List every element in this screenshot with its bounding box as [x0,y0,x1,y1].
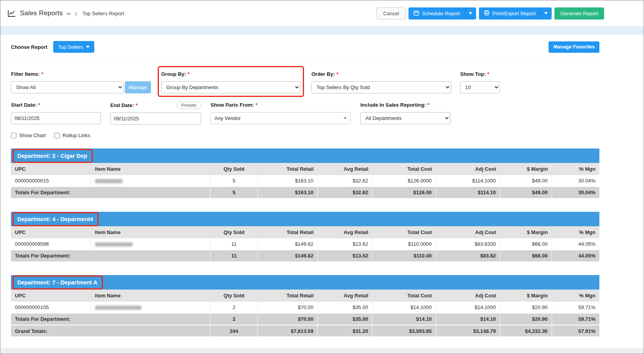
column-header: Item Name [91,226,210,238]
pct-mgn-cell: 30.04% [552,175,599,187]
column-header: Avg Retail [318,226,372,238]
avg-retail-cell: $31.20 [318,325,372,337]
department-title: Department: 7 - Department A [16,279,98,286]
item-name-redacted [95,306,141,310]
column-header: $ Margin [500,290,552,302]
column-header: Adj Cost [436,163,500,175]
column-header: $ Margin [500,163,552,175]
column-header: Total Cost [372,290,435,302]
choose-report-label: Choose Report [11,44,47,50]
table-header-row: UPCItem NameQty SoldTotal RetailAvg Reta… [11,226,599,238]
required-asterisk: * [336,71,338,77]
column-header: Avg Retail [318,163,372,175]
column-header: % Mgn [552,226,599,238]
filter-items-label: Filter Items:* [11,71,151,77]
filters-row-2: Start Date:* End Date:* Presets Show Par… [11,102,599,125]
qty-sold-cell: 11 [210,238,257,250]
avg-retail-cell: $35.00 [318,313,372,325]
rollup-links-checkbox[interactable]: Rollup Links [54,132,90,138]
required-asterisk: * [136,102,138,108]
adj-cost-cell: $3,148.79 [436,325,500,337]
show-chart-checkbox[interactable]: Show Chart [11,132,46,138]
group-by-select[interactable]: Group By Departments [161,81,300,93]
total-cost-cell: $126.0000 [372,175,435,187]
total-retail-cell: $149.82 [257,250,317,262]
avg-retail-cell: $35.00 [318,302,372,313]
report-type-dropdown[interactable]: Top Sellers [53,41,94,53]
chevron-down-icon[interactable] [67,13,71,15]
show-parts-from-group: Show Parts From:* Any Vendor [210,102,351,124]
order-by-select[interactable]: Top Sellers By Qty Sold [311,81,451,93]
department-totals-label: Totals For Department: [11,313,210,325]
grand-totals-label: Grand Totals: [11,325,210,337]
department-section: Department: 7 - Department A UPCItem Nam… [11,275,599,337]
department-totals-label: Totals For Department: [11,187,210,198]
show-parts-from-label: Show Parts From:* [210,102,351,108]
print-export-report-button[interactable]: Print/Export Report [479,7,552,20]
total-retail-cell: $163.10 [257,187,317,198]
report-table: UPCItem NameQty SoldTotal RetailAvg Reta… [11,226,599,262]
order-by-label: Order By:* [311,71,451,77]
start-date-input[interactable] [11,112,101,124]
department-totals-row: Totals For Department:11$149.82$13.62$11… [11,250,599,262]
upc-cell: 000000009596 [11,238,91,250]
manage-filter-button[interactable]: Manage [125,81,151,93]
printer-icon [484,10,489,17]
margin-cell: $66.00 [500,250,552,262]
rollup-links-checkbox-input[interactable] [54,133,60,138]
choose-report-row: Choose Report Top Sellers Manage Favorit… [11,35,599,60]
department-header-bar: Department: 4 - Deparment4 [11,212,599,226]
column-header: Total Cost [372,226,435,238]
margin-cell: $66.00 [500,238,552,250]
total-retail-cell: $7,613.59 [257,325,317,337]
margin-cell: $4,332.30 [500,325,552,337]
top-header-bar: Sales Reports Top Sellers Report Cancel [0,0,644,27]
show-parts-from-select[interactable]: Any Vendor [210,112,351,124]
department-totals-label: Totals For Department: [11,250,210,262]
page-title[interactable]: Sales Reports [20,9,63,17]
total-retail-cell: $70.00 [257,313,317,325]
include-in-sales-reporting-select[interactable]: All Departments [360,112,450,124]
item-name-redacted [95,242,133,247]
filter-items-select[interactable]: Show All [11,81,124,93]
total-cost-cell: $3,593.85 [372,325,435,337]
margin-cell: $49.00 [500,175,552,187]
group-by-label: Group By:* [161,71,300,77]
show-top-select[interactable]: 10 [460,81,500,93]
include-in-sales-reporting-group: Include In Sales Reporting:* All Departm… [360,102,450,124]
pct-mgn-cell: 44.05% [552,238,599,250]
chevron-down-icon [86,46,90,48]
chevron-down-icon[interactable] [541,8,551,19]
required-asterisk: * [255,102,257,108]
end-date-label: End Date:* [110,102,138,108]
pct-mgn-cell: 44.05% [552,250,599,262]
table-row: 0000000000155$163.10$32.62$126.0000$114.… [11,175,599,187]
main-content: Choose Report Top Sellers Manage Favorit… [0,35,644,337]
item-name-cell [91,302,210,313]
margin-cell: $20.90 [500,302,552,313]
adj-cost-cell: $114.10 [436,187,500,198]
generate-report-button[interactable]: Generate Report [554,7,604,20]
group-by-group: Group By:* Group By Departments [161,71,300,93]
schedule-report-button[interactable]: Schedule Report [408,7,476,20]
show-chart-checkbox-input[interactable] [11,133,16,138]
total-retail-cell: $163.10 [257,175,317,187]
start-date-group: Start Date:* [11,102,101,124]
checkbox-row: Show Chart Rollup Links [11,132,599,138]
cancel-button[interactable]: Cancel [376,7,405,20]
department-title: Department: 2 - Cigar Dep [16,153,88,159]
manage-favorites-button[interactable]: Manage Favorites [549,41,599,53]
chevron-down-icon[interactable] [465,8,476,19]
total-cost-cell: $14.10 [372,313,435,325]
presets-button[interactable]: Presets [176,102,201,109]
item-name-redacted [95,179,122,183]
total-retail-cell: $149.82 [257,238,317,250]
total-cost-cell: $126.00 [372,187,435,198]
horizontal-scrollbar[interactable] [1,348,643,354]
header-accent-band [0,27,644,35]
department-header-bar: Department: 2 - Cigar Dep [11,148,599,163]
item-name-cell [91,175,210,187]
pct-mgn-cell: 59.71% [552,313,599,325]
end-date-input[interactable] [110,113,201,125]
qty-sold-cell: 244 [210,325,257,337]
